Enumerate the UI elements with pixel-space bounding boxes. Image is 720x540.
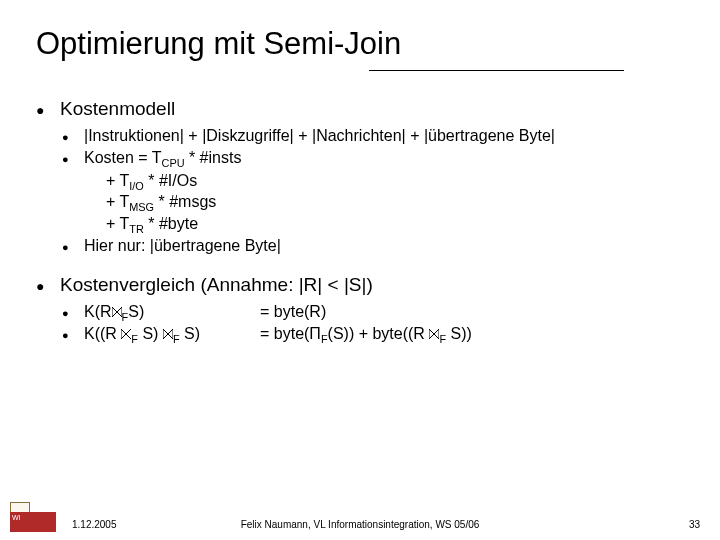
bullet-icon: ●: [62, 301, 84, 323]
bullet-icon: ●: [62, 147, 84, 169]
join-icon: [163, 329, 173, 339]
formula-line: + TI/O * #I/Os: [106, 170, 684, 192]
formula-part: + T: [106, 193, 129, 210]
section-kostenvergleich: ● Kostenvergleich (Annahme: |R| < |S|): [36, 272, 684, 298]
bullet-icon: ●: [62, 323, 84, 345]
formula-part: * #msgs: [154, 193, 216, 210]
item-text: Kosten = TCPU * #insts: [84, 147, 684, 169]
item-text: Hier nur: |übertragene Byte|: [84, 235, 684, 257]
item-text: |Instruktionen| + |Diskzugriffe| + |Nach…: [84, 125, 684, 147]
text: S): [128, 303, 144, 320]
section-label: Kostenmodell: [60, 96, 684, 122]
item-kosten-formula: ● Kosten = TCPU * #insts: [62, 147, 684, 169]
join-icon: [112, 307, 122, 317]
kostenvergleich-items: ● K(RFS) = byte(R) ● K((R F S) F S): [62, 301, 684, 345]
kostenmodell-items: ● |Instruktionen| + |Diskzugriffe| + |Na…: [62, 125, 684, 257]
cost-right: = byte(ΠF(S)) + byte((R F S)): [260, 323, 684, 345]
bullet-icon: ●: [62, 125, 84, 147]
section-label: Kostenvergleich (Annahme: |R| < |S|): [60, 272, 684, 298]
subscript: F: [321, 334, 328, 346]
title-rule: [369, 70, 624, 71]
cost-row-2: ● K((R F S) F S) = byte(ΠF(S)) + byte((R…: [62, 323, 684, 345]
item-text: K((R F S) F S) = byte(ΠF(S)) + byte((R F…: [84, 323, 684, 345]
bullet-icon: ●: [62, 235, 84, 257]
subscript: F: [131, 334, 138, 346]
slide-title: Optimierung mit Semi-Join: [36, 26, 684, 62]
cost-row-1: ● K(RFS) = byte(R): [62, 301, 684, 323]
join-icon: [429, 329, 439, 339]
formula-part: * #insts: [185, 149, 242, 166]
subscript: MSG: [129, 202, 154, 214]
subscript: CPU: [162, 157, 185, 169]
slide-content: ● Kostenmodell ● |Instruktionen| + |Disk…: [36, 96, 684, 345]
bullet-icon: ●: [36, 272, 60, 298]
item-formula-sum: ● |Instruktionen| + |Diskzugriffe| + |Na…: [62, 125, 684, 147]
formula-part: + T: [106, 215, 129, 232]
formula-part: + T: [106, 172, 129, 189]
formula-part: Kosten = T: [84, 149, 162, 166]
subscript: TR: [129, 223, 144, 235]
text: K(R: [84, 303, 112, 320]
item-text: K(RFS) = byte(R): [84, 301, 684, 323]
section-kostenmodell: ● Kostenmodell: [36, 96, 684, 122]
text: S): [138, 325, 163, 342]
subscript: I/O: [129, 180, 144, 192]
semijoin-icon: [121, 329, 131, 339]
subscript: F: [173, 334, 180, 346]
text: = byte(Π: [260, 325, 321, 342]
cost-left: K((R F S) F S): [84, 323, 260, 345]
text: S)): [446, 325, 472, 342]
text: S): [180, 325, 200, 342]
cost-right: = byte(R): [260, 301, 684, 323]
bullet-icon: ●: [36, 96, 60, 122]
item-hier-nur: ● Hier nur: |übertragene Byte|: [62, 235, 684, 257]
formula-part: * #byte: [144, 215, 198, 232]
slide: Optimierung mit Semi-Join ● Kostenmodell…: [0, 0, 720, 540]
formula-line: + TTR * #byte: [106, 213, 684, 235]
formula-part: * #I/Os: [144, 172, 197, 189]
text: (S)) + byte((R: [328, 325, 430, 342]
footer-page-number: 33: [689, 519, 700, 530]
footer-center: Felix Naumann, VL Informationsintegratio…: [0, 519, 720, 530]
text: K((R: [84, 325, 121, 342]
footer: 1.12.2005 Felix Naumann, VL Informations…: [0, 500, 720, 530]
formula-line: + TMSG * #msgs: [106, 191, 684, 213]
cost-left: K(RFS): [84, 301, 260, 323]
